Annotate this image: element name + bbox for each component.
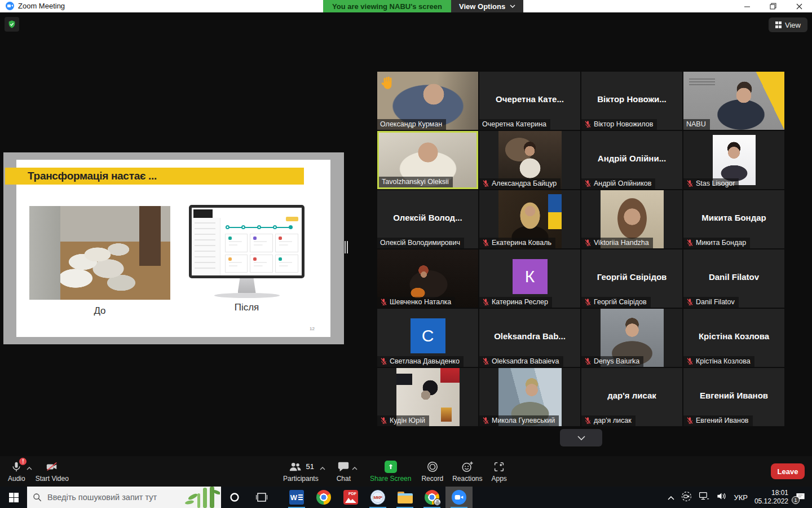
participant-tile[interactable]: Андрій Олійни...Андрій Олійников (581, 131, 682, 189)
gallery-scroll-down-button[interactable] (560, 429, 602, 446)
participants-gallery: Олександр КурманОчеретна Кате...Очеретна… (377, 72, 784, 426)
participant-tile[interactable]: Oleksandra Bab...Oleksandra Babaieva (479, 309, 580, 367)
reactions-button[interactable]: Reactions (452, 456, 482, 487)
cortana-button[interactable] (221, 487, 248, 508)
apps-button[interactable]: Apps (492, 456, 507, 487)
participant-tile[interactable]: Danil FilatovDanil Filatov (683, 249, 784, 308)
taskbar-explorer-icon[interactable] (391, 487, 418, 508)
participant-name-text: Oleksandra Babaieva (492, 357, 559, 365)
participant-name-text: Denys Baiurka (594, 357, 639, 365)
reactions-label: Reactions (452, 475, 482, 483)
participant-tile[interactable]: Stas Lisogor (683, 131, 784, 189)
view-layout-button[interactable]: View (769, 17, 807, 32)
participant-name-text: Danil Filatov (696, 298, 735, 306)
participant-tile[interactable]: Кудін Юрій (377, 368, 478, 426)
participant-tile[interactable]: ККатерина Реслер (479, 249, 580, 308)
participant-tile[interactable]: Крістіна КозловаКрістіна Козлова (683, 309, 784, 367)
minimize-button[interactable] (734, 0, 760, 12)
taskbar-chrome-profile-icon[interactable] (418, 487, 445, 508)
participant-tile[interactable]: Олександр Курман (377, 72, 478, 130)
start-video-button[interactable]: Start Video (36, 456, 69, 487)
chat-options-chevron[interactable] (352, 462, 358, 472)
record-button[interactable]: Record (421, 456, 443, 487)
participant-name-text: Віктор Новожилов (594, 120, 653, 128)
chat-button[interactable]: Chat (337, 456, 351, 487)
network-icon[interactable] (699, 492, 709, 503)
language-indicator[interactable]: УКР (734, 493, 748, 502)
notifications-button[interactable]: 1 (795, 492, 806, 502)
tray-expand-chevron[interactable] (668, 492, 674, 502)
slide-title-banner: Трансформація настає ... (5, 168, 304, 185)
audio-options-chevron[interactable] (27, 462, 32, 472)
participant-name-text: Микола Гулевський (492, 417, 555, 424)
participant-tile[interactable]: Георгій СвірідовГеоргій Свірідов (581, 249, 682, 308)
gallery-view-icon (775, 21, 782, 28)
taskbar-chrome-icon[interactable] (310, 487, 337, 508)
chevron-down-icon (577, 436, 585, 440)
taskbar-mkp-icon[interactable]: МКР (364, 487, 391, 508)
participant-tile[interactable]: ССветлана Давыденко (377, 309, 478, 367)
participant-tile[interactable]: NABU (683, 72, 784, 130)
record-label: Record (421, 475, 443, 483)
participant-name-label: Очеретна Катерина (479, 119, 550, 130)
close-button[interactable] (786, 0, 812, 12)
security-shield-icon[interactable] (5, 17, 19, 32)
view-options-label: View Options (459, 2, 505, 11)
clock[interactable]: 18:01 05.12.2022 (754, 489, 788, 506)
participant-tile[interactable]: Шевченко Наталка (377, 249, 478, 308)
muted-mic-icon (380, 357, 387, 365)
participant-tile[interactable]: Denys Baiurka (581, 309, 682, 367)
muted-mic-icon (482, 179, 489, 187)
participant-tile[interactable]: Микита БондарМикита Бондар (683, 190, 784, 248)
muted-mic-icon (482, 239, 489, 247)
participant-name-display: Микита Бондар (686, 213, 782, 222)
participant-name-label: Олексій Володимирович (377, 238, 464, 248)
participant-name-display: Крістіна Козлова (686, 331, 782, 341)
gallery-resize-handle[interactable] (345, 241, 349, 253)
taskbar-word-icon[interactable]: W (283, 487, 310, 508)
participant-tile[interactable]: Олексій Волод...Олексій Володимирович (377, 190, 478, 248)
participants-options-chevron[interactable] (320, 462, 325, 472)
muted-mic-icon (380, 298, 387, 306)
participant-tile[interactable]: Микола Гулевський (479, 368, 580, 426)
participant-tile[interactable]: Очеретна Кате...Очеретна Катерина (479, 72, 580, 130)
participant-name-label: Шевченко Наталка (377, 297, 455, 308)
task-view-button[interactable] (248, 487, 275, 508)
participants-button[interactable]: 51 Participants (283, 456, 319, 487)
audio-alert-badge: ! (19, 458, 27, 465)
participant-tile[interactable]: Viktoriia Handzha (581, 190, 682, 248)
participant-tile[interactable]: Евгений ИвановЕвгений Иванов (683, 368, 784, 426)
taskbar-pdf-icon[interactable]: PDF (337, 487, 364, 508)
participant-tile[interactable]: дар'я лисакдар'я лисак (581, 368, 682, 426)
start-button[interactable] (0, 487, 27, 508)
audio-button[interactable]: ! Audio (8, 456, 25, 487)
participant-tile[interactable]: Екатерина Коваль (479, 190, 580, 248)
chevron-down-icon (510, 5, 515, 8)
share-screen-button[interactable]: Share Screen (370, 456, 411, 487)
participant-name-text: Очеретна Катерина (482, 120, 546, 128)
search-input[interactable] (47, 493, 166, 502)
taskbar-search[interactable] (27, 487, 221, 508)
taskbar-zoom-icon[interactable] (445, 487, 473, 508)
participant-name-display: Oleksandra Bab... (482, 331, 578, 341)
participant-tile[interactable]: Александра Байцур (479, 131, 580, 189)
participant-tile[interactable]: Віктор Новожи...Віктор Новожилов (581, 72, 682, 130)
participant-name-label: Георгій Свірідов (581, 297, 651, 308)
view-button-label: View (785, 21, 801, 29)
leave-button[interactable]: Leave (771, 463, 805, 479)
muted-mic-icon (380, 417, 387, 424)
volume-icon[interactable] (716, 492, 727, 503)
slide-monitor-graphic (189, 205, 304, 304)
restore-button[interactable] (760, 0, 786, 12)
participant-name-label: Екатерина Коваль (479, 238, 555, 248)
muted-mic-icon (686, 417, 694, 424)
meeting-main-area: View Трансформація настає ... До Після 1… (0, 12, 812, 487)
meet-now-icon[interactable] (681, 491, 692, 504)
view-options-button[interactable]: View Options (451, 0, 523, 12)
muted-mic-icon (584, 179, 592, 187)
participant-name-label: Микита Бондар (683, 238, 750, 248)
viewing-screen-banner: You are viewing NABU's screen View Optio… (323, 0, 523, 12)
apps-label: Apps (492, 475, 507, 483)
participant-tile[interactable]: Tavolzhanskyi Oleksii (377, 131, 478, 189)
slide-photo-before (29, 206, 170, 300)
